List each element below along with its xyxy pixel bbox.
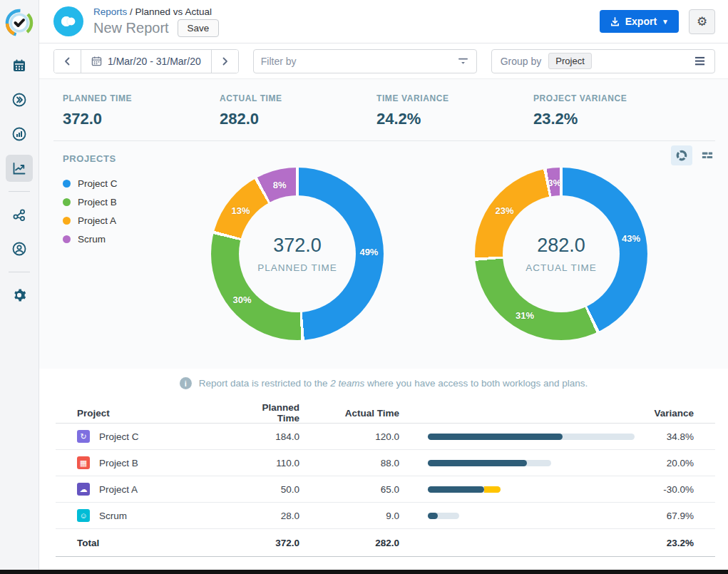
column-header-variance: Variance: [635, 408, 715, 419]
tempo-logo[interactable]: [5, 9, 34, 37]
table-row: ▦Project B110.088.020.0%: [56, 450, 715, 476]
sidebar-item-user[interactable]: [6, 235, 33, 262]
table-options-button[interactable]: [694, 56, 706, 66]
planned-cell: 110.0: [242, 458, 299, 468]
legend-item[interactable]: Project B: [63, 193, 214, 211]
donut-percent-label: 8%: [273, 179, 287, 190]
sidebar-item-progress-gauge[interactable]: [6, 121, 33, 148]
donut-percent-label: 3%: [548, 178, 561, 188]
calendar-icon: [91, 56, 102, 66]
legend-item[interactable]: Project A: [63, 211, 214, 230]
page-title: New Report: [93, 20, 169, 36]
calendar-icon: [11, 58, 27, 73]
filter-funnel-icon[interactable]: [457, 55, 469, 67]
sidebar-item-reports[interactable]: [6, 155, 33, 182]
legend-item[interactable]: Project C: [63, 174, 214, 193]
project-cell: ↻Project C: [56, 430, 242, 443]
save-button[interactable]: Save: [178, 19, 220, 37]
total-label: Total: [56, 538, 242, 548]
export-button[interactable]: Export ▼: [600, 10, 679, 33]
actual-cell: 120.0: [299, 431, 399, 442]
previous-period-button[interactable]: [54, 50, 81, 73]
bar-fill: [428, 434, 563, 440]
report-avatar: [53, 6, 83, 36]
filter-input[interactable]: [261, 56, 457, 67]
project-cell: ☁Project A: [56, 483, 242, 496]
info-icon: i: [180, 377, 192, 389]
projects-heading: PROJECTS: [63, 153, 214, 164]
project-name: Project A: [99, 484, 138, 495]
planned-cell: 184.0: [242, 431, 299, 442]
date-range-button[interactable]: 1/Mar/20 - 31/Mar/20: [81, 50, 212, 73]
bar-fill: [428, 486, 484, 493]
donut-chart-icon: [675, 149, 688, 162]
share-network-icon: [11, 207, 27, 222]
donut-percent-label: 43%: [622, 232, 640, 243]
planned-vs-actual-bar: [428, 513, 635, 519]
table-view-icon: [701, 150, 714, 161]
legend-color-dot: [63, 180, 71, 188]
donut-view-button[interactable]: [671, 145, 692, 165]
chevron-right-icon: [220, 56, 230, 66]
donut-percent-label: 49%: [359, 246, 378, 257]
group-by-value-chip[interactable]: Project: [548, 53, 591, 69]
variance-cell: 20.0%: [635, 458, 715, 468]
table-row: ↻Project C184.0120.034.8%: [56, 424, 715, 450]
donut-center: 282.0 ACTUAL TIME: [503, 195, 620, 312]
donut-percent-label: 23%: [496, 205, 514, 215]
stat-label: TIME VARIANCE: [376, 93, 533, 103]
window-bottom-edge: [0, 570, 728, 574]
bar-overflow: [484, 486, 501, 493]
planned-donut-wrap: 372.0 PLANNED TIME 49%30%13%8%: [211, 168, 384, 340]
table-view-button[interactable]: [697, 145, 718, 165]
legend-column: PROJECTS Project CProject BProject AScru…: [53, 141, 214, 340]
main-area: Reports / Planned vs Actual New Report S…: [39, 0, 728, 574]
actual-cell: 88.0: [299, 458, 399, 468]
title-block: Reports / Planned vs Actual New Report S…: [93, 6, 219, 37]
variance-cell: 67.9%: [635, 511, 715, 521]
project-cell: ▦Project B: [56, 456, 242, 469]
report-toolbar: 1/Mar/20 - 31/Mar/20 Group by Project: [39, 43, 728, 78]
breadcrumb: Reports / Planned vs Actual: [93, 6, 219, 17]
restriction-note: i Report data is restricted to the 2 tea…: [39, 377, 728, 389]
chevron-down-icon: ▼: [662, 18, 669, 26]
legend-label: Project A: [78, 215, 116, 226]
project-name: Project C: [99, 431, 139, 442]
column-header-planned: Planned Time: [242, 402, 299, 424]
variance-cell: 34.8%: [635, 431, 715, 442]
gear-icon: [11, 287, 27, 303]
total-variance: 23.2%: [635, 538, 715, 548]
stat-label: PLANNED TIME: [63, 93, 220, 103]
bar-fill: [428, 513, 438, 519]
sidebar-item-settings[interactable]: [6, 282, 33, 309]
legend-item[interactable]: Scrum: [63, 230, 214, 248]
hamburger-menu-icon: [694, 56, 706, 66]
sidebar-item-skip-forward[interactable]: [6, 86, 33, 113]
breadcrumb-reports-link[interactable]: Reports: [93, 6, 127, 17]
actual-time-donut-chart[interactable]: 282.0 ACTUAL TIME 43%31%23%3%: [475, 168, 647, 340]
donut-center: 372.0 PLANNED TIME: [239, 195, 356, 312]
view-toggle: [671, 145, 718, 165]
tempo-logo-icon: [5, 9, 34, 37]
planned-time-donut-chart[interactable]: 372.0 PLANNED TIME 49%30%13%8%: [211, 168, 384, 340]
stat-block: ACTUAL TIME282.0: [220, 93, 376, 128]
settings-button[interactable]: ⚙: [689, 9, 715, 34]
breadcrumb-current: Planned vs Actual: [135, 6, 212, 17]
table-panel: i Report data is restricted to the 2 tea…: [39, 369, 728, 557]
legend-color-dot: [63, 198, 71, 206]
sidebar-item-calendar[interactable]: [6, 52, 33, 79]
actual-donut-wrap: 282.0 ACTUAL TIME 43%31%23%3%: [475, 168, 647, 340]
stat-value: 282.0: [220, 110, 376, 128]
sidebar-item-share[interactable]: [6, 201, 33, 228]
actual-cell: 9.0: [299, 511, 399, 521]
note-text: Report data is restricted to the 2 teams…: [199, 378, 588, 389]
donut-percent-label: 31%: [516, 310, 534, 321]
date-range-text: 1/Mar/20 - 31/Mar/20: [108, 56, 201, 67]
next-period-button[interactable]: [212, 50, 238, 73]
project-name: Project B: [99, 458, 138, 468]
line-chart-icon: [11, 160, 27, 176]
legend-color-dot: [63, 217, 71, 225]
sidebar-nav: [6, 52, 33, 309]
donut-center-label: ACTUAL TIME: [526, 262, 597, 273]
variance-cell: -30.0%: [635, 484, 715, 495]
